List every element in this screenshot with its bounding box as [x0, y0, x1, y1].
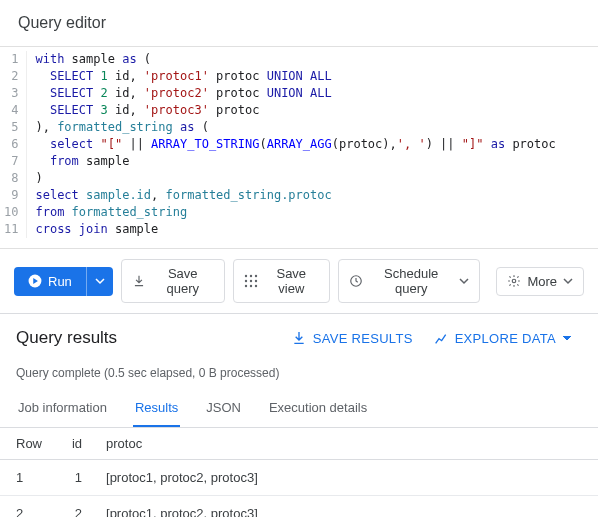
col-protoc: protoc — [94, 428, 598, 460]
download-icon — [132, 274, 146, 288]
line-gutter: 1234567891011 — [0, 51, 27, 238]
editor-title: Query editor — [0, 0, 598, 47]
results-table: Row id protoc 11[protoc1, protoc2, proto… — [0, 428, 598, 517]
toolbar: Run Save query Save view Schedule query — [0, 249, 598, 314]
play-icon — [28, 274, 42, 288]
run-button[interactable]: Run — [14, 267, 86, 296]
save-query-button[interactable]: Save query — [121, 259, 225, 303]
tab-json[interactable]: JSON — [204, 390, 243, 427]
explore-data-label: EXPLORE DATA — [455, 331, 556, 346]
save-query-label: Save query — [152, 266, 214, 296]
svg-point-4 — [244, 280, 246, 282]
run-dropdown-button[interactable] — [86, 267, 113, 296]
code-editor[interactable]: 1234567891011 with sample as ( SELECT 1 … — [0, 47, 598, 249]
svg-point-6 — [254, 280, 256, 282]
chart-icon — [433, 330, 449, 346]
grid-icon — [244, 274, 258, 288]
cell-row: 2 — [0, 496, 54, 518]
col-row: Row — [0, 428, 54, 460]
gear-icon — [507, 274, 521, 288]
svg-point-9 — [254, 285, 256, 287]
caret-down-icon — [562, 333, 572, 343]
code-content[interactable]: with sample as ( SELECT 1 id, 'protoc1' … — [27, 51, 555, 238]
caret-down-icon — [95, 276, 105, 286]
result-tabs: Job information Results JSON Execution d… — [0, 390, 598, 428]
tab-execution-details[interactable]: Execution details — [267, 390, 369, 427]
cell-id: 2 — [54, 496, 94, 518]
explore-data-button[interactable]: EXPLORE DATA — [423, 324, 582, 352]
svg-point-8 — [249, 285, 251, 287]
save-results-button[interactable]: SAVE RESULTS — [281, 324, 423, 352]
svg-point-7 — [244, 285, 246, 287]
results-header: Query results SAVE RESULTS EXPLORE DATA — [0, 314, 598, 362]
schedule-label: Schedule query — [369, 266, 453, 296]
svg-point-5 — [249, 280, 251, 282]
cell-id: 1 — [54, 460, 94, 496]
save-view-button[interactable]: Save view — [233, 259, 330, 303]
table-row: 22[protoc1, protoc2, protoc3] — [0, 496, 598, 518]
run-label: Run — [48, 274, 72, 289]
save-view-label: Save view — [264, 266, 319, 296]
col-id: id — [54, 428, 94, 460]
more-label: More — [527, 274, 557, 289]
caret-down-icon — [459, 276, 469, 286]
tab-job-information[interactable]: Job information — [16, 390, 109, 427]
table-row: 11[protoc1, protoc2, protoc3] — [0, 460, 598, 496]
cell-protoc: [protoc1, protoc2, protoc3] — [94, 496, 598, 518]
clock-icon — [349, 274, 363, 288]
results-title: Query results — [16, 328, 281, 348]
schedule-query-button[interactable]: Schedule query — [338, 259, 480, 303]
query-status: Query complete (0.5 sec elapsed, 0 B pro… — [0, 362, 598, 390]
tab-results[interactable]: Results — [133, 390, 180, 427]
svg-point-11 — [513, 279, 517, 283]
save-results-label: SAVE RESULTS — [313, 331, 413, 346]
cell-protoc: [protoc1, protoc2, protoc3] — [94, 460, 598, 496]
download-icon — [291, 330, 307, 346]
svg-point-1 — [244, 275, 246, 277]
caret-down-icon — [563, 276, 573, 286]
more-button[interactable]: More — [496, 267, 584, 296]
svg-point-2 — [249, 275, 251, 277]
svg-point-3 — [254, 275, 256, 277]
cell-row: 1 — [0, 460, 54, 496]
